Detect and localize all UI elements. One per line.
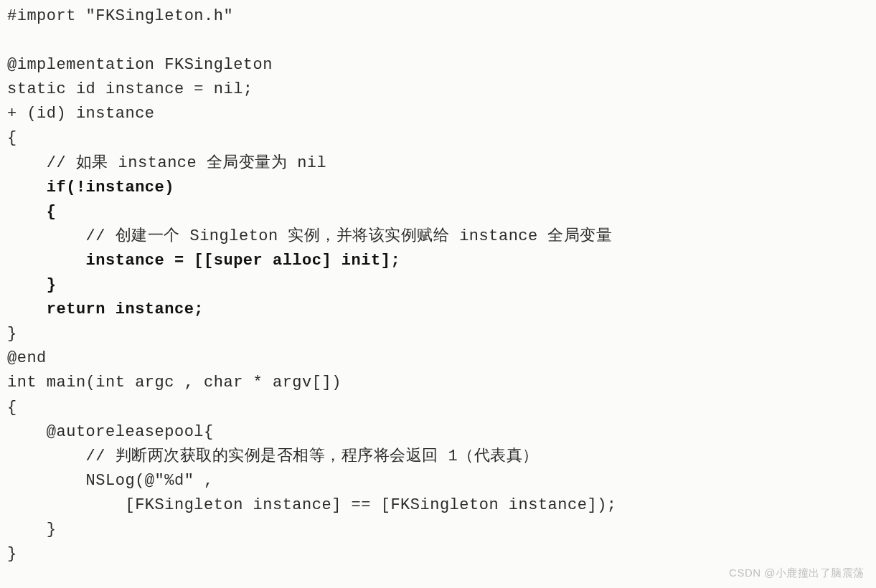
code-line: } (7, 521, 57, 539)
code-line: instance = [[super alloc] init]; (7, 252, 400, 270)
code-line: { (7, 399, 17, 417)
code-line: { (7, 203, 57, 221)
code-line: if(!instance) (7, 179, 174, 196)
code-line: @end (7, 349, 47, 367)
code-line: { (7, 129, 17, 147)
code-line: @autoreleasepool{ (7, 423, 214, 441)
code-block: #import "FKSingleton.h" @implementation … (0, 0, 876, 566)
code-line: // 判断两次获取的实例是否相等，程序将会返回 1（代表真） (7, 447, 539, 465)
code-line: int main(int argc , char * argv[]) (7, 374, 342, 392)
code-line: } (7, 325, 17, 343)
code-line: #import "FKSingleton.h" (7, 7, 233, 25)
code-line: [FKSingleton instance] == [FKSingleton i… (7, 496, 617, 514)
code-line: + (id) instance (7, 105, 155, 123)
code-line: } (7, 545, 17, 563)
code-line: @implementation FKSingleton (7, 56, 273, 74)
code-line: NSLog(@"%d" , (7, 472, 214, 490)
code-line: return instance; (7, 300, 204, 318)
code-line: // 如果 instance 全局变量为 nil (7, 154, 326, 172)
watermark-text: CSDN @小鹿撞出了脑震荡 (729, 564, 865, 581)
code-line: // 创建一个 Singleton 实例，并将该实例赋给 instance 全局… (7, 227, 612, 245)
code-line: static id instance = nil; (7, 80, 253, 98)
code-line: } (7, 276, 57, 294)
